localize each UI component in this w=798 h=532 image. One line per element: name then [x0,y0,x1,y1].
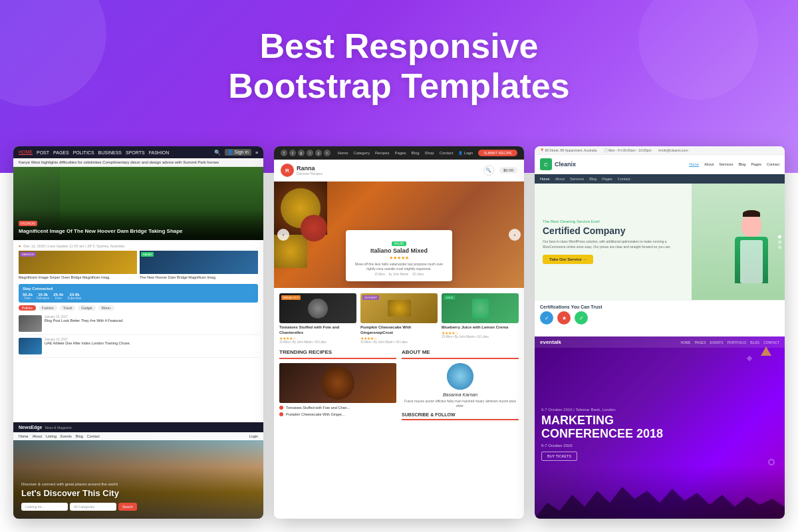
newsedge-logo: NewsEdge [19,425,42,430]
cleanix-logo-text: Cleanix [555,161,576,168]
submit-recipe-button[interactable]: SUBMIT RECIPE [478,150,517,156]
trending-dot-2 [279,412,283,416]
hero-author: by John Martin [389,273,409,276]
cleaner-head [741,213,761,237]
about-name: Basanna Karnan [402,392,519,397]
nav-fashion[interactable]: FASHION [149,150,170,155]
cleanix-nav-blog[interactable]: Blog [738,162,745,167]
nav-sports[interactable]: SPORTS [126,150,145,155]
cleaner-apron [740,240,763,283]
rss-icon[interactable]: r [324,150,331,156]
nav-signin[interactable]: 👤 Sign in [225,149,251,156]
cleanix-hero-badge: The Best Cleaning Service Ever! [543,219,684,223]
thumb-2-badge: SALAD [141,252,154,257]
hero-title-line2: Bootstrap Templates [0,66,798,106]
tag-gadget[interactable]: Gadget [78,305,95,311]
cleanix-nav-pages[interactable]: Pages [751,162,761,167]
event-nav-home[interactable]: HOME [681,340,691,344]
login-link[interactable]: 👤 Login [458,151,473,155]
event-title: MARKETING CONFERENCEE 2018 [541,414,778,441]
city-nav-events[interactable]: Events [61,434,72,438]
cert-icons-row: ✓ ★ ✓ [540,311,779,325]
about-title: ABOUT ME [402,349,519,359]
event-nav-events[interactable]: EVENTS [710,340,723,344]
nav-menu[interactable]: ≡ [255,150,258,155]
city-nav-login[interactable]: Login [249,434,258,438]
city-search-button[interactable]: Search [118,503,137,511]
recipe-2-title: Pumpkin Cheesecake With GingersnapCrust [360,325,438,336]
cert-icon-2: ★ [557,311,571,325]
tag-fashion[interactable]: Fashion [39,305,57,311]
cleanix-hours: 🕐 Mon - Fri 09:00am - 10:00pm [604,148,652,152]
cleanix-nav2-services[interactable]: Services [570,177,584,181]
nav-search[interactable]: 🔍 [214,150,221,156]
nav-politics[interactable]: POLITICS [73,150,94,155]
cleanix-nav2-home[interactable]: Home [540,177,550,181]
thumbnails-grid: FASHION Magnificent Image Sniper Oven Br… [19,251,258,280]
hero-meta: 15 Mins by John Martin 92 Likes [354,273,444,276]
stat-fans2-lbl: Fans [55,297,62,300]
cleanix-nav-home[interactable]: Home [689,162,699,167]
nav-category[interactable]: Category [354,151,370,155]
event-nav-contact[interactable]: CONTACT [763,340,779,344]
nav-recipes[interactable]: Recipes [375,151,390,155]
tag-more[interactable]: More+ [98,305,114,311]
cleanix-nav2-contact[interactable]: Contact [618,177,630,181]
cart-button[interactable]: $0.00 [499,167,517,174]
ranna-logo-sub: Discover Recipes [297,172,323,176]
nav-pages[interactable]: Pages [395,151,406,155]
cleanix-nav-about[interactable]: About [704,162,714,167]
city-nav-listing[interactable]: Listing [46,434,57,438]
cleanix-nav-contact[interactable]: Contact [767,162,779,167]
tag-travel[interactable]: Travel [60,305,76,311]
cleanix-nav-bar: Home About Services Blog Pages Contact [535,174,785,184]
slider-prev-button[interactable]: ‹ [277,229,289,241]
slider-next-button[interactable]: › [509,229,521,241]
hero-likes: 92 Likes [412,273,424,276]
pinterest-icon[interactable]: p [298,150,305,156]
city-search-input[interactable]: Looking for... [21,503,68,511]
event-nav-pages[interactable]: PAGES [695,340,706,344]
city-nav-about[interactable]: About [33,434,42,438]
nav-blog[interactable]: Blog [412,151,420,155]
cleanix-nav-services[interactable]: Services [719,162,733,167]
nav-home[interactable]: Home [338,151,348,155]
cards-area: HOME POST PAGES POLITICS BUSINESS SPORTS… [13,146,785,519]
city-category-select[interactable]: All Categories [70,503,116,511]
cleanix-info-bar: 📍 69 Street, B4 Appartment, Australia 🕐 … [535,146,785,155]
cleanix-nav2-pages[interactable]: Pages [602,177,612,181]
search-icon[interactable]: 🔍 [483,165,494,176]
event-nav-portfolio[interactable]: PORTFOLIO [727,340,746,344]
city-nav-blog[interactable]: Blog [76,434,83,438]
recipe-3-stars: ★★★★☆ [442,331,519,335]
youtube-icon[interactable]: y [315,150,322,156]
newsedge-logo-sub: News & Magazine [45,426,71,430]
nav-contact[interactable]: Contact [440,151,454,155]
city-nav-contact[interactable]: Contact [87,434,100,438]
nav-home[interactable]: HOME [19,150,33,155]
nav-pages[interactable]: PAGES [53,150,69,155]
header-right: 🔍 $0.00 [483,165,517,176]
cleanix-cta-button[interactable]: Take Our Service → [543,255,593,264]
cleanix-nav2-blog[interactable]: Blog [589,177,597,181]
instagram-icon[interactable]: i [307,150,313,156]
tags-row: Politics Fashion Travel Gadget More+ [19,305,258,311]
nav-business[interactable]: BUSINESS [98,150,122,155]
cert-title: Certifications You Can Trust [540,305,779,309]
cleanix-nav2-about[interactable]: About [555,177,565,181]
event-nav-blog[interactable]: BLOG [750,340,759,344]
thumb-2-img [140,251,258,274]
city-nav-home[interactable]: Home [19,434,29,438]
facebook-icon[interactable]: f [281,150,287,156]
stat-fans-lbl: Fans [25,297,31,300]
nav-shop[interactable]: Shop [425,151,434,155]
thumb-1: FASHION Magnificent Image Sniper Oven Br… [19,251,137,280]
recipe-3-meta: 15 Mins • By John Martin • 92 Likes [442,335,519,338]
cleanix-hero-content: The Best Cleaning Service Ever! Certifie… [535,184,692,300]
nav-post[interactable]: POST [37,150,49,155]
ranna-top-nav: f t p i y r Home Category Recipes Pages … [274,146,524,160]
recipe-1-title: Tomatoes Stuffed with Foie and Chanterel… [279,325,356,336]
tag-politics[interactable]: Politics [19,305,36,311]
buy-tickets-button[interactable]: BUY TICKETS [541,452,577,461]
twitter-icon[interactable]: t [289,150,296,156]
